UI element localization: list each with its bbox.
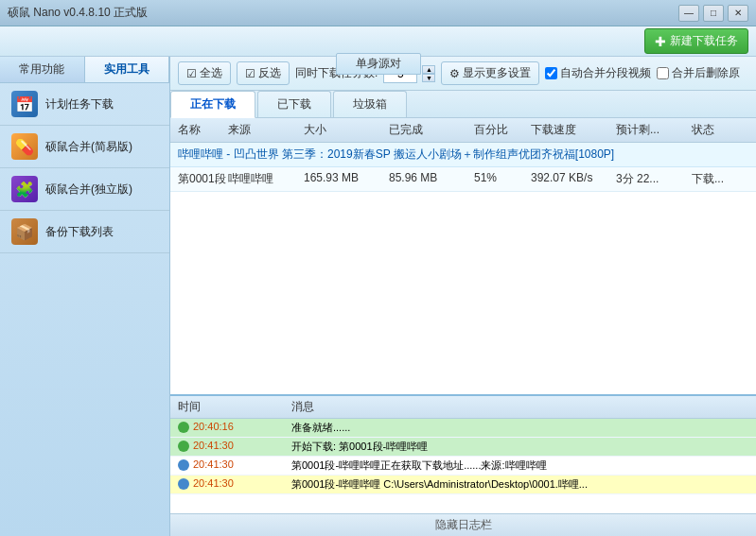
deselect-icon: ☑ [245,67,255,80]
settings-label: 显示更多设置 [463,65,531,81]
row-segment: 第0001段 [178,171,228,187]
app-title: 硕鼠 Nano v0.4.8.10 正式版 [8,5,678,21]
sidebar-item-scheduled[interactable]: 📅 计划任务下载 [0,83,169,126]
tab-downloading[interactable]: 正在下载 [170,91,255,118]
log-row: 20:41:30第0001段-哔哩哔哩 C:\Users\Administrat… [170,475,756,494]
delete-after-merge-checkbox[interactable]: 合并后删除原 [657,65,740,81]
sidebar-item-merge-simple[interactable]: 💊 硕鼠合并(简易版) [0,126,169,168]
sidebar-item-backup[interactable]: 📦 备份下载列表 [0,211,169,253]
plus-icon: ✚ [655,34,666,49]
row-percent: 51% [474,171,531,187]
titlebar: 硕鼠 Nano v0.4.8.10 正式版 — □ ✕ [0,0,756,26]
sidebar-item-merge-standalone[interactable]: 🧩 硕鼠合并(独立版) [0,168,169,211]
log-row: 20:41:30第0001段-哔哩哔哩正在获取下载地址......来源:哔哩哔哩 [170,457,756,475]
sidebar-item-merge-standalone-label: 硕鼠合并(独立版) [45,182,132,198]
minimize-button[interactable]: — [678,5,699,22]
table-row[interactable]: 第0001段 哔哩哔哩 165.93 MB 85.96 MB 51% 392.0… [170,167,756,192]
log-message: 第0001段-哔哩哔哩正在获取下载地址......来源:哔哩哔哩 [291,458,748,473]
log-time-value: 20:41:30 [193,458,234,470]
delete-after-merge-label: 合并后删除原 [672,65,740,81]
log-header: 时间 消息 [170,396,756,419]
auto-merge-checkbox[interactable]: 自动合并分段视频 [545,65,651,81]
scheduled-icon: 📅 [11,91,38,117]
sidebar: 常用功能 实用工具 📅 计划任务下载 💊 硕鼠合并(简易版) 🧩 硕鼠合并(独立… [0,57,170,536]
download-item-title[interactable]: 哔哩哔哩 - 凹凸世界 第三季：2019新春SP 搬运人小剧场＋制作组声优团齐祝… [170,143,756,167]
auto-merge-input[interactable] [545,67,557,79]
hide-log-button[interactable]: 隐藏日志栏 [170,513,756,536]
merge-standalone-icon: 🧩 [11,176,38,202]
log-area: 时间 消息 20:40:16准备就绪......20:41:30开始下载: 第0… [170,394,756,536]
col-name: 名称 [178,122,228,138]
log-status-icon [178,478,189,490]
tab-trash[interactable]: 垃圾箱 [333,91,407,117]
sidebar-tabs: 常用功能 实用工具 [0,57,169,83]
single-source-label: 单身源对 [336,53,421,75]
col-percent: 百分比 [474,122,531,138]
control-bar: ☑ 全选 ☑ 反选 同时下载任务数: ▲ ▼ ⚙ 显示更多设置 自动合并分段视频 [170,57,756,91]
log-msg-col: 消息 [291,399,748,415]
log-row-time: 20:41:30 [178,458,291,473]
log-status-icon [178,441,189,452]
content-area: ☑ 全选 ☑ 反选 同时下载任务数: ▲ ▼ ⚙ 显示更多设置 自动合并分段视频 [170,57,756,536]
download-tabs: 正在下载 已下载 垃圾箱 [170,91,756,118]
new-download-button[interactable]: ✚ 新建下载任务 [644,28,748,54]
backup-icon: 📦 [11,218,38,245]
sidebar-item-merge-simple-label: 硕鼠合并(简易版) [45,139,132,155]
log-message: 第0001段-哔哩哔哩 C:\Users\Administrator\Deskt… [291,477,748,492]
log-rows: 20:40:16准备就绪......20:41:30开始下载: 第0001段-哔… [170,419,756,513]
log-message: 准备就绪...... [291,421,748,435]
window-buttons: — □ ✕ [678,5,748,22]
log-status-icon [178,459,189,471]
settings-button[interactable]: ⚙ 显示更多设置 [441,61,539,85]
log-row: 20:41:30开始下载: 第0001段-哔哩哔哩 [170,438,756,457]
download-table: 名称 来源 大小 已完成 百分比 下载速度 预计剩... 状态 哔哩哔哩 - 凹… [170,118,756,394]
log-row-time: 20:41:30 [178,477,291,492]
maximize-button[interactable]: □ [703,5,724,22]
log-time-value: 20:40:16 [193,421,234,432]
spinner-up-button[interactable]: ▲ [422,65,435,74]
deselect-button[interactable]: ☑ 反选 [237,61,290,85]
new-download-label: 新建下载任务 [670,33,738,49]
col-completed: 已完成 [389,122,474,138]
col-source: 来源 [228,122,304,138]
tab-downloaded[interactable]: 已下载 [257,91,331,117]
select-all-label: 全选 [200,65,222,81]
log-row: 20:40:16准备就绪...... [170,419,756,438]
main-area: 常用功能 实用工具 📅 计划任务下载 💊 硕鼠合并(简易版) 🧩 硕鼠合并(独立… [0,57,756,536]
close-button[interactable]: ✕ [728,5,748,22]
settings-icon: ⚙ [449,67,460,80]
sidebar-item-scheduled-label: 计划任务下载 [45,96,114,112]
row-source: 哔哩哔哩 [228,171,304,187]
log-message: 开始下载: 第0001段-哔哩哔哩 [291,440,748,454]
sidebar-item-backup-label: 备份下载列表 [45,224,114,240]
col-size: 大小 [304,122,389,138]
table-header: 名称 来源 大小 已完成 百分比 下载速度 预计剩... 状态 [170,118,756,143]
col-speed: 下载速度 [531,122,616,138]
col-status: 状态 [692,122,748,138]
merge-simple-icon: 💊 [11,133,38,160]
col-eta: 预计剩... [616,122,692,138]
tab-tools[interactable]: 实用工具 [85,57,170,82]
dl-count-spinner: ▲ ▼ [422,65,435,82]
tab-common[interactable]: 常用功能 [0,57,85,82]
log-time-value: 20:41:30 [193,440,234,451]
row-size: 165.93 MB [304,171,389,187]
select-all-button[interactable]: ☑ 全选 [178,61,231,85]
log-row-time: 20:40:16 [178,421,291,435]
log-row-time: 20:41:30 [178,440,291,454]
delete-after-merge-input[interactable] [657,67,669,79]
log-time-value: 20:41:30 [193,477,234,489]
auto-merge-label: 自动合并分段视频 [560,65,651,81]
deselect-label: 反选 [258,65,281,81]
row-speed: 392.07 KB/s [531,171,616,187]
row-completed: 85.96 MB [389,171,474,187]
row-eta: 3分 22... [616,171,692,187]
spinner-down-button[interactable]: ▼ [422,74,435,82]
log-status-icon [178,422,189,433]
row-status: 下载... [692,171,748,187]
select-all-icon: ☑ [186,67,197,80]
log-time-col: 时间 [178,399,291,415]
